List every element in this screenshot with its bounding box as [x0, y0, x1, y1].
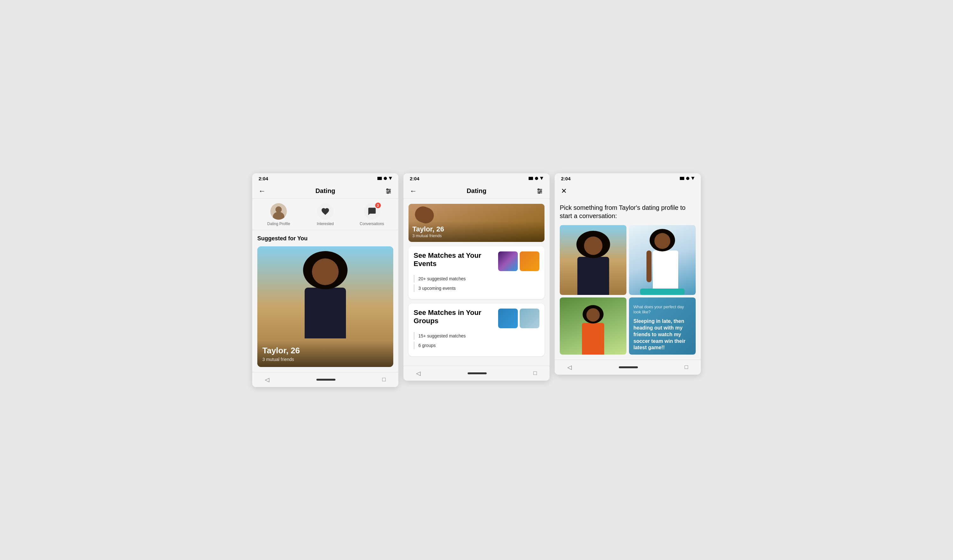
tab-dating-profile[interactable]: Dating Profile [255, 203, 302, 230]
tab-interested-icon-container [317, 203, 334, 220]
profile-card-1[interactable]: Taylor, 26 3 mutual friends [257, 246, 393, 367]
events-card-title: See Matches at Your Events [414, 251, 498, 268]
section-title-1: Suggested for You [257, 235, 393, 242]
profile-mutual: 3 mutual friends [262, 357, 388, 362]
profile-body [305, 288, 346, 339]
status-icons-2 [529, 177, 543, 180]
groups-stat-2: 6 groups [414, 342, 539, 349]
events-card-images [498, 251, 539, 271]
screen1: 2:04 ← Dating [252, 173, 398, 387]
nav-back-2[interactable]: ◁ [416, 370, 421, 377]
status-icons-3 [680, 177, 694, 180]
yoga-body-row [636, 251, 689, 289]
app-header-1: ← Dating [252, 184, 398, 199]
nav-back-1[interactable]: ◁ [265, 376, 269, 383]
filter-icon-1[interactable] [385, 188, 392, 195]
beach-selfie-body [577, 257, 609, 295]
profile-card-info: Taylor, 26 3 mutual friends [257, 340, 393, 367]
screen3-content: Pick something from Taylor's dating prof… [555, 198, 701, 360]
status-icons-1 [377, 177, 392, 180]
signal-icon [384, 177, 387, 180]
back-button-1[interactable]: ← [259, 187, 265, 195]
yoga-arm [646, 251, 652, 282]
prompt-answer: Sleeping in late, then heading out with … [633, 318, 691, 351]
svg-point-3 [387, 189, 388, 190]
tab-dating-profile-label: Dating Profile [267, 221, 290, 226]
filter-icon-2[interactable] [536, 188, 543, 195]
signal-icon-3 [686, 177, 689, 180]
photo-outdoor[interactable] [560, 297, 626, 354]
prompt-card-content: What does your perfect day look like? Sl… [629, 297, 696, 354]
photo-grid: What does your perfect day look like? Sl… [560, 225, 696, 354]
status-bar-3: 2:04 [555, 173, 701, 184]
profile-head [309, 256, 341, 288]
tab-conversations-label: Conversations [360, 221, 384, 226]
profile-name: Taylor, 26 [262, 346, 388, 356]
status-time-3: 2:04 [561, 176, 571, 181]
yoga-mat-container [629, 225, 696, 295]
nav-back-3[interactable]: ◁ [567, 364, 572, 371]
events-stat-2: 3 upcoming events [414, 285, 539, 292]
prompt-question: What does your perfect day look like? [633, 305, 691, 315]
wifi-icon-3 [691, 177, 694, 180]
outdoor-body [582, 323, 604, 354]
groups-card-images [498, 309, 539, 328]
yoga-head [653, 231, 672, 251]
status-bar-1: 2:04 [252, 173, 398, 184]
photo-yoga-mat[interactable] [629, 225, 696, 295]
prompt-text: Pick something from Taylor's dating prof… [560, 204, 696, 220]
groups-card[interactable]: See Matches in Your Groups 15+ suggested… [408, 303, 545, 356]
status-bar-2: 2:04 [404, 173, 549, 184]
wifi-icon [389, 177, 392, 180]
groups-card-inner: See Matches in Your Groups [414, 309, 539, 328]
prompt-card-cell[interactable]: What does your perfect day look like? Sl… [629, 297, 696, 354]
events-img2 [520, 251, 539, 271]
groups-img2 [520, 309, 539, 328]
tab-conversations[interactable]: 3 Conversations [348, 203, 395, 230]
nav-square-2[interactable]: □ [533, 370, 537, 376]
bottom-nav-2: ◁ □ [404, 366, 549, 381]
nav-square-3[interactable]: □ [684, 364, 688, 370]
header-title-1: Dating [265, 187, 385, 195]
wifi-icon-2 [540, 177, 543, 180]
content-area-1: Suggested for You Taylor, 26 [252, 230, 398, 372]
match-header-card[interactable]: Taylor, 26 3 mutual friends [408, 204, 545, 242]
photo-beach-selfie[interactable] [560, 225, 626, 295]
nav-home-bar-2[interactable] [467, 372, 487, 374]
svg-point-5 [387, 192, 388, 193]
battery-icon [377, 177, 382, 180]
screen2: 2:04 ← Dating [404, 173, 549, 381]
status-time-2: 2:04 [410, 176, 419, 181]
yoga-shirt [653, 251, 678, 289]
heart-icon [321, 207, 330, 216]
status-time-1: 2:04 [259, 176, 268, 181]
signal-icon-2 [535, 177, 538, 180]
match-header-name: Taylor, 26 [412, 225, 541, 234]
tab-interested[interactable]: Interested [302, 203, 349, 230]
tab-conversations-icon-container: 3 [364, 203, 380, 220]
events-stat-1: 20+ suggested matches [414, 275, 539, 283]
app-header-3: ✕ [555, 184, 701, 198]
beach-selfie-head [582, 235, 604, 257]
battery-icon-3 [680, 177, 684, 180]
outdoor-container [560, 297, 626, 354]
events-card[interactable]: See Matches at Your Events 20+ suggested… [408, 246, 545, 299]
content-area-2: Taylor, 26 3 mutual friends See Matches … [404, 199, 549, 366]
groups-stat-1: 15+ suggested matches [414, 332, 539, 340]
nav-home-bar-3[interactable] [619, 367, 638, 368]
profile-figure [293, 256, 357, 345]
nav-square-1[interactable]: □ [382, 376, 386, 383]
app-header-2: ← Dating [404, 184, 549, 199]
header-title-2: Dating [417, 187, 536, 195]
events-img1 [498, 251, 518, 271]
close-button-3[interactable]: ✕ [561, 187, 567, 195]
yoga-face [654, 233, 670, 249]
screens-container: 2:04 ← Dating [252, 173, 701, 387]
heart-icon-circle [317, 203, 334, 220]
events-card-inner: See Matches at Your Events [414, 251, 539, 271]
back-button-2[interactable]: ← [410, 187, 417, 195]
outdoor-head [585, 307, 601, 323]
tab-interested-label: Interested [317, 221, 334, 226]
nav-home-bar-1[interactable] [317, 379, 335, 381]
bottom-nav-1: ◁ □ [252, 372, 398, 387]
